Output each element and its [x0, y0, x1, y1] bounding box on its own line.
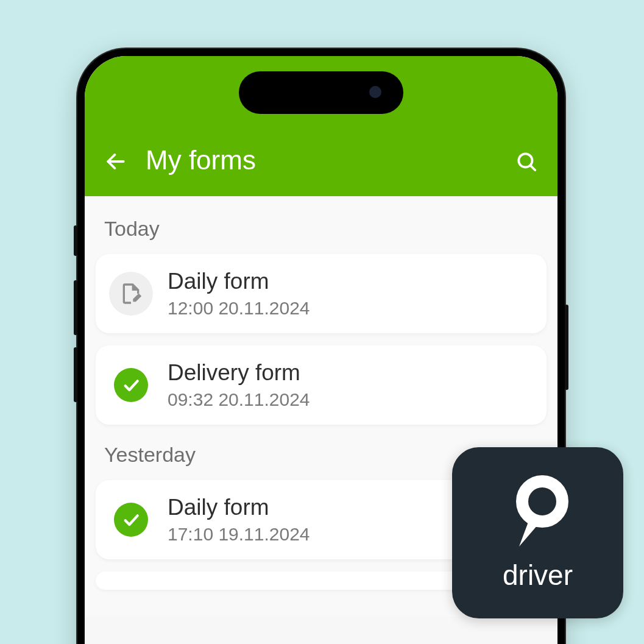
svg-line-2 — [531, 166, 536, 171]
check-circle-icon — [114, 368, 148, 402]
phone-notch — [239, 71, 403, 114]
form-item-body: Delivery form 09:32 20.11.2024 — [168, 360, 533, 410]
form-item-daily-pending[interactable]: Daily form 12:00 20.11.2024 — [96, 254, 547, 333]
form-item-timestamp: 12:00 20.11.2024 — [168, 298, 533, 319]
form-item-delivery-done[interactable]: Delivery form 09:32 20.11.2024 — [96, 345, 547, 425]
driver-badge-label: driver — [503, 559, 573, 592]
section-header-today: Today — [96, 211, 547, 254]
back-button[interactable] — [102, 147, 130, 175]
search-button[interactable] — [512, 147, 540, 175]
svg-point-3 — [522, 481, 562, 522]
driver-logo-icon — [504, 475, 571, 554]
check-circle-icon — [114, 503, 148, 537]
search-icon — [515, 150, 538, 173]
phone-side-button — [74, 225, 77, 256]
driver-app-badge: driver — [452, 447, 623, 618]
form-done-icon-wrap — [109, 498, 153, 542]
phone-side-button — [74, 280, 77, 335]
form-item-title: Delivery form — [168, 360, 533, 386]
back-arrow-icon — [104, 150, 127, 173]
phone-side-button — [565, 305, 568, 390]
form-item-body: Daily form 12:00 20.11.2024 — [168, 269, 533, 319]
form-item-title: Daily form — [168, 269, 533, 294]
form-edit-icon — [109, 272, 153, 316]
form-item-timestamp: 09:32 20.11.2024 — [168, 389, 533, 410]
phone-side-button — [74, 347, 77, 402]
form-done-icon-wrap — [109, 363, 153, 407]
page-title: My forms — [146, 145, 512, 175]
